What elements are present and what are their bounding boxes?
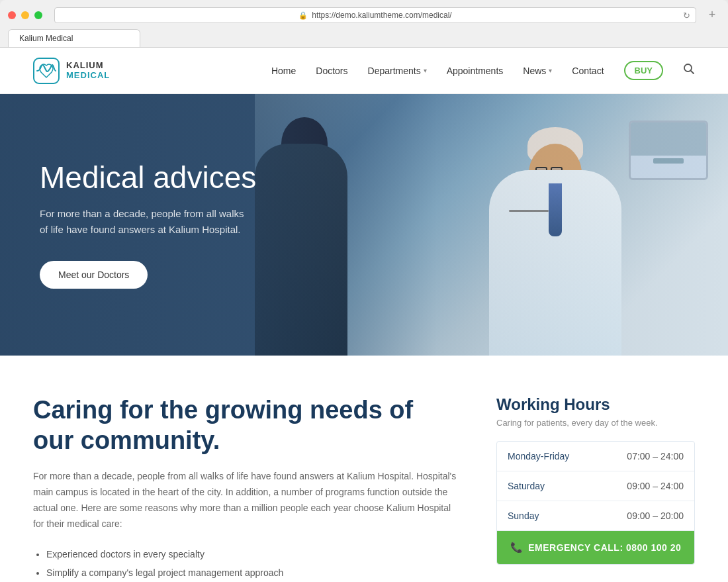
time-label: 09:00 – 20:00 — [627, 510, 684, 521]
navbar: KALIUM MEDICAL Home Doctors Departments … — [0, 48, 728, 94]
time-label: 09:00 – 24:00 — [627, 481, 684, 491]
nav-item-departments[interactable]: Departments ▾ — [368, 66, 427, 76]
hero-section: Medical advices For more than a decade, … — [0, 94, 728, 356]
svg-line-2 — [691, 71, 694, 74]
emergency-label: EMERGENCY CALL: 0800 100 20 — [528, 542, 681, 553]
content-left: Caring for the growing needs of our comm… — [33, 395, 457, 582]
address-bar[interactable]: 🔒 https://demo.kaliumtheme.com/medical/ … — [54, 7, 696, 23]
lock-icon: 🔒 — [298, 11, 308, 20]
hero-content: Medical advices For more than a decade, … — [0, 94, 331, 356]
nav-item-home[interactable]: Home — [271, 66, 296, 76]
maximize-dot[interactable] — [34, 11, 42, 19]
working-hours-table: Monday-Friday 07:00 – 24:00 Saturday 09:… — [496, 441, 695, 565]
hero-subtitle: For more than a decade, people from all … — [40, 206, 251, 238]
phone-icon: 📞 — [510, 542, 523, 554]
minimize-dot[interactable] — [21, 11, 29, 19]
time-label: 07:00 – 24:00 — [627, 451, 684, 461]
content-title: Caring for the growing needs of our comm… — [33, 395, 457, 456]
meet-doctors-button[interactable]: Meet our Doctors — [40, 261, 148, 289]
refresh-icon[interactable]: ↻ — [683, 11, 690, 21]
day-label: Monday-Friday — [508, 451, 569, 461]
logo-text: KALIUM MEDICAL — [66, 61, 110, 80]
close-dot[interactable] — [8, 11, 16, 19]
nav-item-appointments[interactable]: Appointments — [447, 66, 504, 76]
working-hours-title: Working Hours — [496, 395, 695, 414]
hero-title: Medical advices — [40, 161, 291, 195]
browser-controls: 🔒 https://demo.kaliumtheme.com/medical/ … — [8, 7, 720, 24]
nav-item-news[interactable]: News ▾ — [523, 66, 552, 76]
working-hours-row-saturday: Saturday 09:00 – 24:00 — [497, 471, 694, 501]
content-body: For more than a decade, people from all … — [33, 469, 457, 532]
website-container: KALIUM MEDICAL Home Doctors Departments … — [0, 48, 728, 582]
news-chevron-icon: ▾ — [549, 67, 552, 74]
nav-item-doctors[interactable]: Doctors — [316, 66, 347, 76]
url-text: https://demo.kaliumtheme.com/medical/ — [312, 11, 451, 20]
departments-chevron-icon: ▾ — [424, 67, 427, 74]
logo-icon — [33, 58, 60, 84]
day-label: Sunday — [508, 510, 539, 521]
logo[interactable]: KALIUM MEDICAL — [33, 58, 110, 84]
browser-chrome: 🔒 https://demo.kaliumtheme.com/medical/ … — [0, 0, 728, 48]
active-tab[interactable]: Kalium Medical — [8, 29, 140, 47]
nav-menu: Home Doctors Departments ▾ Appointments … — [271, 61, 695, 80]
emergency-call-button[interactable]: 📞 EMERGENCY CALL: 0800 100 20 — [497, 531, 694, 564]
buy-button[interactable]: BUY — [624, 61, 663, 80]
content-list: Experienced doctors in every specialty S… — [33, 545, 457, 582]
day-label: Saturday — [508, 481, 545, 491]
working-hours-row-sunday: Sunday 09:00 – 20:00 — [497, 501, 694, 531]
nav-item-contact[interactable]: Contact — [572, 66, 604, 76]
search-icon[interactable] — [683, 63, 695, 78]
list-item: Simplify a company's legal project manag… — [46, 563, 457, 582]
content-section: Caring for the growing needs of our comm… — [0, 356, 728, 582]
tab-bar: Kalium Medical — [8, 29, 720, 47]
working-hours-row-monday: Monday-Friday 07:00 – 24:00 — [497, 442, 694, 471]
new-tab-button[interactable]: + — [704, 7, 720, 23]
logo-subtitle: MEDICAL — [66, 71, 110, 80]
working-hours-section: Working Hours Caring for patients, every… — [496, 395, 695, 582]
working-hours-subtitle: Caring for patients, every day of the we… — [496, 418, 695, 428]
logo-name: KALIUM — [66, 61, 110, 70]
list-item: Experienced doctors in every specialty — [46, 545, 457, 563]
